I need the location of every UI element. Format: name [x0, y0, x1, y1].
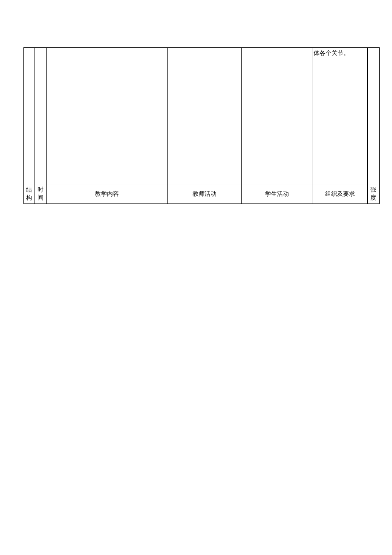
cell-organization: 体各个关节。 — [312, 48, 368, 184]
cell-teacher-activity — [167, 48, 242, 184]
header-teacher-activity: 教师活动 — [167, 184, 242, 204]
cell-structure — [24, 48, 35, 184]
header-structure: 结构 — [24, 184, 35, 204]
table-row-header: 结构 时间 教学内容 教师活动 学生活动 组织及要求 强度 — [24, 184, 380, 204]
cell-time — [35, 48, 46, 184]
header-teaching-content: 教学内容 — [46, 184, 167, 204]
lesson-plan-table: 体各个关节。 结构 时间 教学内容 教师活动 学生活动 组织及要求 强度 — [23, 47, 380, 204]
header-intensity: 强度 — [367, 184, 379, 204]
cell-intensity — [367, 48, 379, 184]
header-time: 时间 — [35, 184, 46, 204]
header-student-activity: 学生活动 — [242, 184, 312, 204]
header-organization: 组织及要求 — [312, 184, 368, 204]
cell-student-activity — [242, 48, 312, 184]
table-row-content: 体各个关节。 — [24, 48, 380, 184]
cell-teaching-content — [46, 48, 167, 184]
